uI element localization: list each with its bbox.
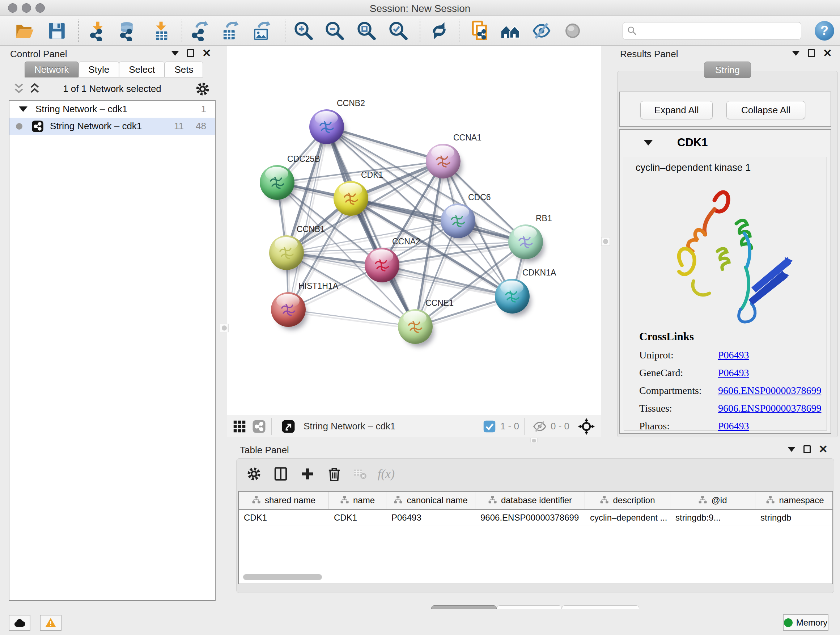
column-header-shared-name[interactable]: shared name: [239, 492, 329, 509]
column-header-database-identifier[interactable]: database identifier: [475, 492, 585, 509]
column-header-namespace[interactable]: namespace: [755, 492, 833, 509]
node-cdk1[interactable]: [333, 181, 368, 216]
network-collection-row[interactable]: String Network – cdk1 1: [9, 101, 215, 118]
column-header-canonical-name[interactable]: canonical name: [386, 492, 475, 509]
table-cell[interactable]: stringdb:9...: [670, 510, 755, 526]
tab-network[interactable]: Network: [25, 62, 79, 78]
column-header-name[interactable]: name: [329, 492, 386, 509]
node-rb1[interactable]: [508, 225, 543, 259]
search-input[interactable]: [638, 24, 801, 38]
export-table-icon[interactable]: [219, 20, 240, 41]
open-session-icon[interactable]: [14, 20, 35, 41]
crosslink-link[interactable]: 9606.ENSP00000378699: [718, 402, 821, 414]
panel-menu-icon[interactable]: [171, 51, 179, 56]
node-ccna2[interactable]: [365, 248, 399, 282]
node-hist1h1a[interactable]: [271, 292, 306, 327]
results-float-icon[interactable]: [808, 49, 815, 57]
refresh-icon[interactable]: [429, 20, 450, 41]
node-ccna1[interactable]: [426, 144, 461, 179]
zoom-out-icon[interactable]: [324, 20, 345, 41]
eye-gray-icon[interactable]: [562, 20, 583, 41]
cdk1-details: cyclin–dependent kinase 1: [624, 157, 827, 431]
trash-icon[interactable]: [326, 466, 342, 482]
fx-builder-icon[interactable]: f(x): [378, 467, 395, 481]
selected-checkbox-icon[interactable]: [482, 419, 497, 434]
panel-float-icon[interactable]: [187, 49, 194, 57]
help-button[interactable]: ?: [815, 21, 834, 41]
birdseye-icon[interactable]: [578, 418, 595, 435]
tab-select[interactable]: Select: [119, 62, 164, 78]
memory-button[interactable]: Memory: [783, 614, 829, 631]
zoom-in-icon[interactable]: [293, 20, 314, 41]
table-cell[interactable]: CDK1: [329, 510, 386, 526]
table-cell[interactable]: stringdb: [755, 510, 833, 526]
plus-icon[interactable]: [300, 466, 316, 482]
detach-view-icon[interactable]: [281, 419, 295, 434]
table-cell[interactable]: P06493: [386, 510, 475, 526]
warnings-button[interactable]: [40, 615, 62, 631]
table-cell[interactable]: 9606.ENSP00000378699: [475, 510, 585, 526]
export-image-icon[interactable]: [251, 20, 272, 41]
clone-network-icon[interactable]: [470, 20, 491, 41]
node-cdkn1a[interactable]: [495, 279, 530, 314]
table-hscrollbar[interactable]: [242, 574, 829, 581]
network-badge-icon[interactable]: [252, 419, 266, 434]
tab-style[interactable]: Style: [79, 62, 119, 78]
collapse-all-button[interactable]: Collapse All: [726, 101, 805, 119]
column-label: canonical name: [407, 495, 467, 505]
crosslink-link[interactable]: P06493: [718, 420, 749, 432]
houses-icon[interactable]: [500, 20, 521, 41]
right-splitter-handle[interactable]: [601, 237, 610, 246]
column-label: shared name: [265, 495, 316, 505]
collection-expand-icon[interactable]: [19, 106, 27, 112]
import-network-icon[interactable]: [88, 20, 109, 41]
save-session-icon[interactable]: [46, 20, 67, 41]
tab-sets[interactable]: Sets: [164, 62, 203, 78]
import-table-icon[interactable]: [151, 20, 172, 41]
network-options-gear-icon[interactable]: [195, 81, 210, 97]
hide-graphics-icon[interactable]: [531, 20, 552, 41]
export-network-icon[interactable]: [189, 20, 210, 41]
control-panel-tabs: Network Style Select Sets: [25, 62, 203, 78]
table-menu-icon[interactable]: [788, 447, 796, 452]
table-panel-body: f(x) shared namenamecanonical namedataba…: [236, 458, 834, 593]
columns-icon[interactable]: [273, 466, 289, 482]
hscroll-thumb[interactable]: [243, 574, 322, 580]
tab-string[interactable]: String: [704, 62, 751, 78]
gear-icon[interactable]: [246, 466, 262, 482]
cloud-button[interactable]: [9, 615, 30, 631]
column-header-description[interactable]: description: [585, 492, 670, 509]
cdk1-collapse-icon[interactable]: [644, 140, 653, 146]
expand-all-button[interactable]: Expand All: [640, 101, 713, 119]
crosslink-link[interactable]: 9606.ENSP00000378699: [718, 385, 821, 396]
table-cell[interactable]: CDK1: [239, 510, 329, 526]
node-ccne1[interactable]: [398, 309, 433, 344]
grid-view-icon[interactable]: [232, 419, 247, 434]
zoom-fit-icon[interactable]: [356, 20, 377, 41]
table-float-icon[interactable]: [804, 445, 811, 453]
cdk1-section-header[interactable]: CDK1: [620, 130, 831, 155]
node-ccnb2[interactable]: [309, 109, 344, 144]
table-delete-icon[interactable]: [353, 467, 367, 481]
left-splitter-handle[interactable]: [220, 324, 229, 333]
network-canvas[interactable]: CCNB2CCNA1CDC25BCDK1CDC6RB1CCNB1CCNA2CDK…: [227, 46, 601, 415]
results-menu-icon[interactable]: [792, 51, 800, 56]
import-database-icon[interactable]: [118, 20, 139, 41]
zoom-selected-icon[interactable]: [388, 20, 409, 41]
panel-close-icon[interactable]: ✕: [202, 49, 211, 57]
network-row[interactable]: String Network – cdk1 11 48: [9, 118, 215, 135]
node-cdc25b[interactable]: [260, 165, 294, 200]
crosslink-link[interactable]: P06493: [718, 349, 749, 361]
crosslink-link[interactable]: P06493: [718, 367, 749, 379]
table-panel: Table Panel ✕ f(x) shared namenamecanoni…: [235, 442, 836, 609]
column-header--id[interactable]: @id: [670, 492, 755, 509]
search-field[interactable]: [622, 22, 801, 40]
node-ccnb1[interactable]: [269, 235, 304, 270]
node-table[interactable]: shared namenamecanonical namedatabase id…: [238, 491, 833, 584]
crosslink-label: GeneCard:: [639, 367, 718, 379]
node-cdc6[interactable]: [441, 203, 475, 238]
table-cell[interactable]: cyclin–dependent ...: [585, 510, 670, 526]
table-close-icon[interactable]: ✕: [819, 445, 828, 453]
table-row[interactable]: CDK1CDK1P064939606.ENSP00000378699cyclin…: [239, 510, 832, 526]
results-close-icon[interactable]: ✕: [823, 49, 832, 57]
